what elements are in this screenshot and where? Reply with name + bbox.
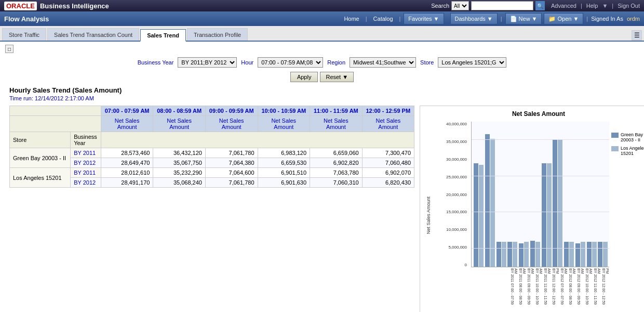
search-area: Search All 🔍: [431, 1, 545, 10]
new-button[interactable]: 📄 New ▼: [505, 13, 542, 24]
bar-la: [603, 242, 608, 267]
business-year-select[interactable]: BY 2011;BY 2012: [178, 57, 237, 68]
x-label: BY 2012 09:00 - 09:59 AM: [576, 268, 584, 305]
y-tick: 0: [433, 263, 467, 267]
data-cell: 6,659,530: [258, 158, 310, 168]
tab-transaction-profile[interactable]: Transaction Profile: [187, 28, 248, 41]
tab-options-icon[interactable]: ☰: [632, 30, 642, 41]
store-select[interactable]: Los Angeles 15201;G: [438, 57, 506, 68]
x-label: BY 2011 09:00 - 09:59 AM: [526, 268, 534, 305]
tab-sales-trend[interactable]: Sales Trend: [140, 29, 186, 42]
x-label: BY 2012 07:00 - 07:59 AM: [559, 268, 568, 305]
year-cell[interactable]: BY 2011: [71, 148, 101, 158]
search-button[interactable]: 🔍: [535, 1, 545, 10]
bar-group: [598, 242, 608, 267]
favorites-button[interactable]: Favorites ▼: [404, 13, 444, 24]
hour-select[interactable]: 07:00 - 07:59 AM;08: [258, 57, 323, 68]
legend-color: [611, 146, 619, 151]
data-table: 07:00 - 07:59 AM 08:00 - 08:59 AM 09:00 …: [9, 106, 414, 188]
filters-row: Business Year BY 2011;BY 2012 Hour 07:00…: [5, 57, 639, 68]
bar-la: [502, 242, 506, 267]
bar-gb: [575, 243, 580, 267]
open-button[interactable]: 📁 Open ▼: [544, 13, 583, 24]
col-header-0: 07:00 - 07:59 AM: [101, 106, 153, 116]
col-header-2: 09:00 - 09:59 AM: [205, 106, 258, 116]
grid-line: [472, 212, 609, 212]
data-cell: 6,820,430: [362, 178, 414, 188]
data-cell: 6,901,510: [258, 168, 310, 178]
year-cell[interactable]: BY 2012: [71, 158, 101, 168]
col-header-5: 12:00 - 12:59 PM: [362, 106, 414, 116]
y-axis-label: Net Sales Amount: [424, 122, 433, 309]
report-title: Hourly Sales Trend (Sales Amount): [9, 86, 639, 94]
x-axis-labels: BY 2011 07:00 - 07:59 AMBY 2011 08:00 - …: [509, 268, 609, 305]
data-table-wrap: 07:00 - 07:59 AM 08:00 - 08:59 AM 09:00 …: [9, 106, 414, 312]
year-cell[interactable]: BY 2011: [71, 168, 101, 178]
bar-la: [592, 242, 597, 267]
collapse-button[interactable]: □: [5, 45, 14, 53]
data-cell: 6,901,630: [258, 178, 310, 188]
data-cell: 6,902,070: [362, 168, 414, 178]
bar-group: [519, 242, 529, 267]
data-cell: 7,064,600: [205, 168, 258, 178]
sub-col-2: Net SalesAmount: [205, 116, 258, 132]
top-bar: ORACLE Business Intelligence Search All …: [0, 0, 644, 11]
tab-store-traffic[interactable]: Store Traffic: [2, 28, 46, 41]
bar-group: [575, 242, 586, 267]
search-label: Search: [431, 3, 449, 9]
catalog-link[interactable]: Catalog: [370, 15, 396, 23]
reset-button[interactable]: Reset ▼: [320, 72, 354, 82]
table-row: Los Angeles 15201BY 201128,012,61035,232…: [10, 168, 414, 178]
store-cell: Los Angeles 15201: [10, 168, 71, 188]
data-cell: 7,300,470: [362, 148, 414, 158]
advanced-link[interactable]: Advanced: [551, 3, 576, 9]
data-cell: 6,983,120: [258, 148, 310, 158]
business-year-label: Business Year: [138, 59, 174, 66]
region-select[interactable]: Midwest 41;Southwe: [350, 57, 416, 68]
year-cell[interactable]: BY 2012: [71, 178, 101, 188]
main-layout: 07:00 - 07:59 AM 08:00 - 08:59 AM 09:00 …: [5, 106, 639, 312]
legend-item: Los Angeles 15201: [611, 146, 644, 156]
bar-la: [490, 139, 495, 267]
col-header-3: 10:00 - 10:59 AM: [258, 106, 310, 116]
data-cell: 35,068,240: [153, 178, 206, 188]
bar-la: [581, 242, 585, 267]
col-header-1: 08:00 - 08:59 AM: [153, 106, 206, 116]
bar-group: [485, 134, 495, 267]
help-link[interactable]: Help: [586, 3, 598, 9]
table-row: BY 201228,491,17035,068,2407,061,7806,90…: [10, 178, 414, 188]
bar-la: [524, 242, 529, 267]
store-cell: Green Bay 20003 - II: [10, 148, 71, 168]
bar-gb: [519, 243, 524, 267]
bar-gb: [474, 163, 478, 267]
bar-la: [535, 242, 540, 267]
signout-link[interactable]: Sign Out: [618, 3, 640, 9]
apply-button[interactable]: Apply: [290, 72, 318, 82]
tab-extra: ☰: [632, 30, 642, 41]
oracle-text: ORACLE: [4, 2, 37, 10]
sub-col-1: Net SalesAmount: [153, 116, 206, 132]
legend-label: Los Angeles 15201: [621, 146, 644, 156]
top-right-area: Search All 🔍 Advanced | Help ▼ | Sign Ou…: [431, 1, 640, 10]
dashboards-button[interactable]: Dashboards ▼: [450, 13, 498, 24]
tab-sales-trend-count[interactable]: Sales Trend Transaction Count: [47, 28, 139, 41]
y-tick: 15,000,000: [433, 210, 467, 214]
search-input[interactable]: [471, 1, 533, 10]
x-label: BY 2011 11:00 - 11:59 AM: [543, 268, 551, 305]
business-year-col-header: BusinessYear: [71, 132, 101, 148]
nav-bar: Flow Analysis Home | Catalog | Favorites…: [0, 11, 644, 26]
data-cell: 36,432,120: [153, 148, 206, 158]
search-scope-select[interactable]: All: [451, 1, 469, 10]
region-label: Region: [327, 59, 345, 66]
flow-analysis-title: Flow Analysis: [4, 15, 49, 23]
home-link[interactable]: Home: [341, 15, 362, 23]
x-label: BY 2011 12:00 - 12:59 PM: [551, 268, 559, 305]
data-cell: 7,064,380: [205, 158, 258, 168]
legend-item: Green Bay 20003 - II: [611, 132, 644, 142]
data-cell: 28,491,170: [101, 178, 153, 188]
bar-la: [569, 242, 574, 267]
grid-line: [472, 248, 609, 249]
sub-col-3: Net SalesAmount: [258, 116, 310, 132]
bi-title: Business Intelligence: [40, 2, 109, 10]
bar-group: [542, 163, 552, 267]
